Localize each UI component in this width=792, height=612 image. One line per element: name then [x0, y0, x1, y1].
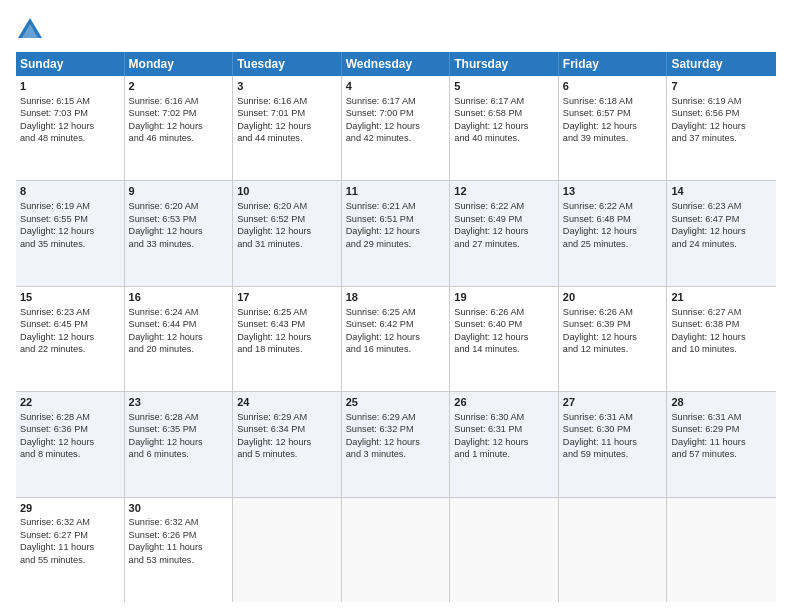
day-info-line: Sunset: 6:57 PM: [563, 107, 663, 119]
day-info-line: Daylight: 12 hours: [237, 436, 337, 448]
day-info-line: and 25 minutes.: [563, 238, 663, 250]
day-info-line: Sunrise: 6:32 AM: [20, 516, 120, 528]
day-info-line: Sunrise: 6:19 AM: [671, 95, 772, 107]
day-info-line: and 59 minutes.: [563, 448, 663, 460]
day-info-line: and 31 minutes.: [237, 238, 337, 250]
table-row: [559, 498, 668, 602]
day-info-line: Sunset: 6:52 PM: [237, 213, 337, 225]
day-info-line: Sunrise: 6:20 AM: [237, 200, 337, 212]
day-info-line: Sunset: 6:26 PM: [129, 529, 229, 541]
day-info-line: Daylight: 12 hours: [454, 436, 554, 448]
table-row: 23Sunrise: 6:28 AMSunset: 6:35 PMDayligh…: [125, 392, 234, 496]
header-day-saturday: Saturday: [667, 52, 776, 76]
day-info-line: Sunset: 6:29 PM: [671, 423, 772, 435]
table-row: 4Sunrise: 6:17 AMSunset: 7:00 PMDaylight…: [342, 76, 451, 180]
day-info-line: Daylight: 12 hours: [454, 331, 554, 343]
day-info-line: Sunset: 6:48 PM: [563, 213, 663, 225]
day-info-line: Daylight: 12 hours: [129, 120, 229, 132]
calendar-week-3: 15Sunrise: 6:23 AMSunset: 6:45 PMDayligh…: [16, 287, 776, 392]
day-info-line: and 27 minutes.: [454, 238, 554, 250]
day-info-line: Daylight: 12 hours: [346, 225, 446, 237]
day-info-line: and 24 minutes.: [671, 238, 772, 250]
day-info-line: Sunrise: 6:32 AM: [129, 516, 229, 528]
day-info-line: Sunrise: 6:16 AM: [237, 95, 337, 107]
day-info-line: Sunrise: 6:17 AM: [346, 95, 446, 107]
day-info-line: Sunset: 6:36 PM: [20, 423, 120, 435]
day-info-line: Sunrise: 6:25 AM: [237, 306, 337, 318]
table-row: 28Sunrise: 6:31 AMSunset: 6:29 PMDayligh…: [667, 392, 776, 496]
day-number: 10: [237, 184, 337, 199]
day-number: 3: [237, 79, 337, 94]
day-info-line: Sunset: 6:38 PM: [671, 318, 772, 330]
day-info-line: and 29 minutes.: [346, 238, 446, 250]
table-row: 1Sunrise: 6:15 AMSunset: 7:03 PMDaylight…: [16, 76, 125, 180]
day-info-line: Daylight: 12 hours: [237, 225, 337, 237]
day-info-line: Sunset: 6:39 PM: [563, 318, 663, 330]
header-day-wednesday: Wednesday: [342, 52, 451, 76]
day-info-line: and 22 minutes.: [20, 343, 120, 355]
day-number: 7: [671, 79, 772, 94]
day-info-line: Sunrise: 6:22 AM: [454, 200, 554, 212]
day-info-line: Sunset: 6:47 PM: [671, 213, 772, 225]
day-info-line: Sunrise: 6:24 AM: [129, 306, 229, 318]
day-info-line: Daylight: 12 hours: [20, 225, 120, 237]
day-info-line: and 35 minutes.: [20, 238, 120, 250]
day-info-line: Sunset: 6:45 PM: [20, 318, 120, 330]
day-info-line: Sunset: 6:42 PM: [346, 318, 446, 330]
day-info-line: and 10 minutes.: [671, 343, 772, 355]
day-info-line: Daylight: 11 hours: [20, 541, 120, 553]
table-row: 30Sunrise: 6:32 AMSunset: 6:26 PMDayligh…: [125, 498, 234, 602]
day-info-line: Daylight: 12 hours: [454, 225, 554, 237]
day-info-line: and 44 minutes.: [237, 132, 337, 144]
day-number: 23: [129, 395, 229, 410]
table-row: 27Sunrise: 6:31 AMSunset: 6:30 PMDayligh…: [559, 392, 668, 496]
day-number: 5: [454, 79, 554, 94]
day-info-line: Sunrise: 6:31 AM: [671, 411, 772, 423]
table-row: 14Sunrise: 6:23 AMSunset: 6:47 PMDayligh…: [667, 181, 776, 285]
day-info-line: Sunset: 6:40 PM: [454, 318, 554, 330]
day-number: 13: [563, 184, 663, 199]
day-info-line: and 46 minutes.: [129, 132, 229, 144]
header-day-tuesday: Tuesday: [233, 52, 342, 76]
day-info-line: Sunset: 7:01 PM: [237, 107, 337, 119]
day-info-line: and 6 minutes.: [129, 448, 229, 460]
table-row: 3Sunrise: 6:16 AMSunset: 7:01 PMDaylight…: [233, 76, 342, 180]
day-number: 22: [20, 395, 120, 410]
day-info-line: Sunrise: 6:15 AM: [20, 95, 120, 107]
day-info-line: Daylight: 12 hours: [237, 120, 337, 132]
day-info-line: Daylight: 11 hours: [671, 436, 772, 448]
day-info-line: Sunrise: 6:17 AM: [454, 95, 554, 107]
day-info-line: Sunset: 6:27 PM: [20, 529, 120, 541]
day-number: 30: [129, 501, 229, 516]
table-row: 29Sunrise: 6:32 AMSunset: 6:27 PMDayligh…: [16, 498, 125, 602]
table-row: [233, 498, 342, 602]
day-info-line: Sunrise: 6:23 AM: [20, 306, 120, 318]
table-row: 18Sunrise: 6:25 AMSunset: 6:42 PMDayligh…: [342, 287, 451, 391]
page: SundayMondayTuesdayWednesdayThursdayFrid…: [0, 0, 792, 612]
day-info-line: Sunset: 6:43 PM: [237, 318, 337, 330]
day-number: 2: [129, 79, 229, 94]
calendar-header: SundayMondayTuesdayWednesdayThursdayFrid…: [16, 52, 776, 76]
day-info-line: Daylight: 12 hours: [346, 436, 446, 448]
day-info-line: and 20 minutes.: [129, 343, 229, 355]
day-info-line: Sunset: 7:03 PM: [20, 107, 120, 119]
day-info-line: Sunset: 7:02 PM: [129, 107, 229, 119]
day-info-line: and 5 minutes.: [237, 448, 337, 460]
table-row: 21Sunrise: 6:27 AMSunset: 6:38 PMDayligh…: [667, 287, 776, 391]
day-info-line: Sunrise: 6:28 AM: [20, 411, 120, 423]
logo-icon: [16, 16, 44, 44]
calendar-week-2: 8Sunrise: 6:19 AMSunset: 6:55 PMDaylight…: [16, 181, 776, 286]
table-row: 8Sunrise: 6:19 AMSunset: 6:55 PMDaylight…: [16, 181, 125, 285]
day-number: 26: [454, 395, 554, 410]
day-info-line: Sunrise: 6:26 AM: [563, 306, 663, 318]
day-info-line: and 42 minutes.: [346, 132, 446, 144]
day-number: 4: [346, 79, 446, 94]
day-info-line: Sunrise: 6:22 AM: [563, 200, 663, 212]
day-info-line: Sunrise: 6:31 AM: [563, 411, 663, 423]
table-row: 24Sunrise: 6:29 AMSunset: 6:34 PMDayligh…: [233, 392, 342, 496]
day-info-line: Sunset: 6:49 PM: [454, 213, 554, 225]
day-info-line: and 53 minutes.: [129, 554, 229, 566]
day-number: 11: [346, 184, 446, 199]
calendar-week-5: 29Sunrise: 6:32 AMSunset: 6:27 PMDayligh…: [16, 498, 776, 602]
day-info-line: Sunset: 6:56 PM: [671, 107, 772, 119]
